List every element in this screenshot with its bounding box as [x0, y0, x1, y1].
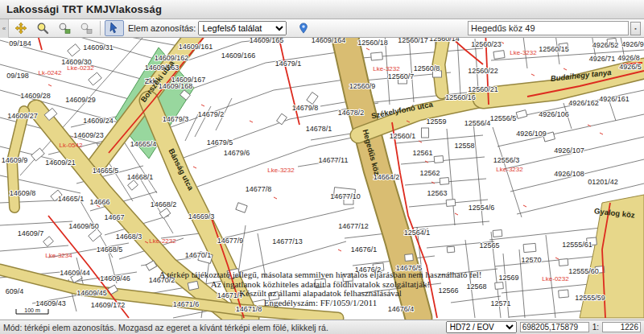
parcel-label: 12570 — [521, 256, 541, 264]
parcel-label: 14609/161 — [179, 43, 213, 51]
parcel-label: 14678/1 — [306, 125, 332, 133]
parcel-label: 14609/29 — [65, 96, 96, 104]
parcel-label: 14609/7 — [18, 229, 44, 237]
parcel-label: 12560/14 — [429, 38, 460, 43]
parcel-label: 14609/45 — [76, 289, 107, 297]
parcel-label: 12556/3 — [493, 156, 520, 164]
map-canvas[interactable]: 09/18414609/3114609/3009/19814609/281460… — [0, 38, 644, 320]
parcel-label: 14668/5 — [97, 245, 123, 254]
parcel-label: 12554/6 — [469, 204, 495, 212]
parcel-label: 14609/162 — [155, 54, 189, 62]
status-bar: Mód: térképi elem azonosítás. Mozgasd az… — [0, 320, 644, 334]
parcel-label: 12562 — [419, 169, 440, 177]
parcel-label: 14677/9 — [217, 237, 244, 245]
parcel-label: 14609/21 — [45, 159, 76, 167]
parcel-label: 12571 — [490, 299, 510, 307]
parcel-label: 12560/21 — [468, 85, 498, 93]
scale-input[interactable] — [602, 322, 641, 332]
parcel-label: 14609/46 — [100, 274, 130, 282]
parcel-label: 12555/61 — [562, 241, 592, 249]
scale-ratio-label: 1: — [592, 323, 599, 332]
map-disclaimer-line: Készült az állami alapadatok felhasználá… — [239, 288, 402, 298]
identify-mode-label: Elem azonosítás: — [128, 23, 196, 33]
zone-label: Lke-0232 — [542, 275, 569, 282]
window-title: Lakossági TRT KMJVlakosság — [0, 3, 162, 15]
identify-tool-button[interactable] — [105, 20, 124, 36]
parcel-label: 14677/8 — [246, 185, 272, 193]
parcel-label: 14609/44 — [60, 269, 90, 277]
parcel-label: 12564/1 — [404, 229, 431, 237]
parcel-label: 14609/168 — [159, 82, 193, 90]
parcel-label: 01201/42 — [588, 178, 618, 186]
parcel-label: 12560/9 — [349, 82, 376, 90]
crs-select[interactable]: HD72 / EOV — [446, 321, 517, 333]
parcel-label: 12559 — [426, 118, 446, 126]
map-disclaimer-line: A térkép tájékoztató jellegű, másolata s… — [159, 270, 481, 279]
marker-pin-button[interactable] — [294, 20, 313, 36]
zone-label: Lke-3232 — [267, 167, 295, 174]
address-search-input[interactable] — [468, 21, 629, 35]
pan-icon — [14, 22, 27, 35]
parcel-label: 14668/2 — [151, 200, 177, 208]
parcel-label: 12569 — [498, 274, 518, 282]
parcel-label: 4926/52 — [592, 41, 619, 49]
zoom-previous-button[interactable] — [55, 20, 74, 36]
parcel-label: 14609/31 — [83, 43, 114, 52]
parcel-label: 12560/22 — [468, 67, 498, 75]
parcel-label: 12560/18 — [357, 39, 388, 47]
zone-label: Lke-3232 — [510, 49, 537, 56]
parcel-label: 14679/5 — [207, 138, 233, 146]
parcel-label: 14678/2 — [338, 109, 365, 117]
parcel-label: 4926/161 — [599, 95, 630, 103]
parcel-label: 14609/8 — [10, 189, 36, 197]
zoom-tool-button[interactable] — [33, 20, 52, 36]
coordinates-input[interactable] — [520, 322, 589, 332]
parcel-label: 14665/1 — [58, 195, 85, 203]
parcel-label: 4926/108 — [554, 170, 584, 178]
parcel-label: 12558 — [454, 142, 474, 150]
parcel-label: 12560/8 — [414, 64, 440, 72]
main-toolbar: « — [0, 19, 644, 38]
parcel-label: 12560/7 — [388, 72, 415, 80]
map-disclaimer-line: Az ingatlanok közhiteles adatait a földh… — [211, 279, 430, 289]
parcel-label: 14671/8 — [236, 305, 262, 313]
parcel-label: 4926/8 — [617, 54, 640, 62]
identify-mode-select[interactable]: Legfelső találat — [198, 21, 287, 35]
zone-label: Lke-3232 — [373, 65, 400, 72]
map-viewport[interactable]: 09/18414609/3114609/3009/19814609/281460… — [0, 38, 644, 320]
toolbar-separator — [100, 21, 101, 35]
parcel-label: 14609/24 — [83, 117, 114, 125]
parcel-label: 14609/165 — [250, 38, 284, 44]
zoom-next-icon — [80, 22, 93, 35]
parcel-label: 12560/16 — [445, 93, 476, 101]
parcel-label: 4926/106 — [539, 110, 569, 118]
search-submit-icon: ▪ — [634, 26, 636, 31]
toolbar-collapse-button[interactable]: « — [0, 19, 9, 38]
parcel-label: 12566 — [438, 287, 458, 295]
zone-label: Lke-3232 — [496, 166, 523, 173]
parcel-label: 14676/1 — [351, 245, 378, 254]
pan-tool-button[interactable] — [11, 20, 31, 36]
parcel-label: 12560/1 — [390, 132, 416, 140]
parcel-label: 14677/13 — [272, 237, 303, 245]
parcel-label: 14679/3 — [163, 115, 189, 123]
parcel-label: 14665/5 — [93, 167, 119, 175]
parcel-label: 4926/71 — [589, 55, 616, 63]
scale-bar-label: 100 m — [24, 307, 40, 313]
parcel-label: 14677/12 — [338, 222, 369, 230]
parcel-label: 14668/3 — [116, 233, 142, 241]
search-submit-button[interactable]: ▪ — [630, 22, 641, 35]
parcel-label: 14609/9 — [2, 156, 28, 164]
parcel-label: 12555/59 — [575, 294, 605, 302]
parcel-label: 12565 — [479, 241, 499, 249]
zone-label: Lk-0542 — [60, 142, 83, 149]
parcel-label: 12563 — [427, 189, 447, 197]
parcel-label: 12560/23 — [471, 40, 502, 48]
parcel-label: 14679/8 — [292, 104, 319, 112]
zone-label: Lke-3234 — [45, 252, 72, 259]
parcel-label: 14668/1 — [127, 173, 154, 181]
zoom-next-button[interactable] — [76, 20, 96, 36]
parcel-label: 14609/27 — [7, 112, 38, 120]
parcel-label: 14609/43 — [35, 299, 66, 307]
parcel-label: 14666 — [89, 198, 109, 206]
